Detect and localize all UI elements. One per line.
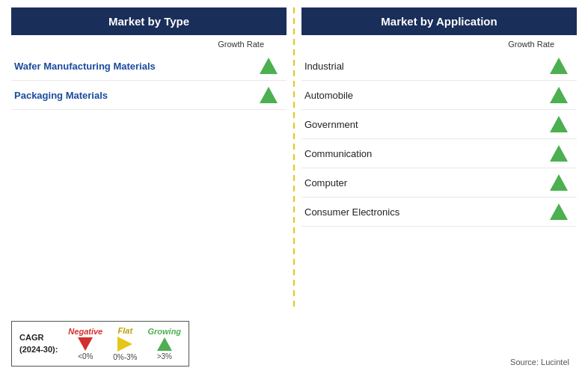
legend-flat-item: Flat 0%-3% bbox=[113, 326, 137, 361]
right-panel-items: Industrial Automobile Government Communi… bbox=[301, 52, 577, 310]
left-panel-header: Market by Type bbox=[11, 7, 287, 35]
legend-flat-sub: 0%-3% bbox=[113, 353, 137, 361]
list-item: Government bbox=[301, 110, 577, 139]
legend-growing-item: Growing >3% bbox=[147, 327, 181, 361]
bottom-row: CAGR (2024-30): Negative <0% Flat 0%-3% … bbox=[11, 315, 577, 367]
panels-row: Market by Type Growth Rate Wafer Manufac… bbox=[11, 7, 577, 310]
arrow-up-icon bbox=[550, 116, 568, 132]
list-item: Wafer Manufacturing Materials bbox=[11, 52, 287, 81]
legend-box: CAGR (2024-30): Negative <0% Flat 0%-3% … bbox=[11, 321, 189, 367]
arrow-up-icon bbox=[550, 174, 568, 191]
dashed-divider-line bbox=[293, 7, 295, 310]
source-label: Source: Lucintel bbox=[510, 358, 577, 367]
list-item: Communication bbox=[301, 139, 577, 168]
arrow-up-icon bbox=[550, 87, 568, 103]
right-panel: Market by Application Growth Rate Indust… bbox=[301, 7, 577, 310]
item-label-government: Government bbox=[304, 119, 358, 130]
item-label-industrial: Industrial bbox=[304, 61, 344, 72]
arrow-up-icon bbox=[550, 58, 568, 74]
legend-flat-label: Flat bbox=[118, 326, 133, 335]
list-item: Industrial bbox=[301, 52, 577, 81]
arrow-up-green-icon bbox=[157, 337, 172, 351]
list-item: Automobile bbox=[301, 81, 577, 110]
item-label-automobile: Automobile bbox=[304, 90, 353, 101]
right-growth-rate-label: Growth Rate bbox=[301, 40, 577, 49]
arrow-up-icon bbox=[260, 58, 278, 74]
item-label-wafer: Wafer Manufacturing Materials bbox=[14, 61, 156, 72]
legend-negative-label: Negative bbox=[68, 327, 102, 336]
item-label-computer: Computer bbox=[304, 177, 347, 188]
legend-growing-sub: >3% bbox=[157, 352, 172, 361]
list-item: Computer bbox=[301, 168, 577, 197]
divider bbox=[287, 7, 301, 310]
arrow-up-icon bbox=[260, 87, 278, 103]
main-container: Market by Type Growth Rate Wafer Manufac… bbox=[0, 0, 588, 374]
legend-negative-item: Negative <0% bbox=[68, 327, 102, 361]
right-panel-header: Market by Application bbox=[301, 7, 577, 35]
legend-growing-label: Growing bbox=[147, 327, 181, 336]
arrow-right-yellow-icon bbox=[117, 337, 132, 352]
legend-negative-sub: <0% bbox=[78, 352, 93, 361]
left-growth-rate-label: Growth Rate bbox=[11, 40, 287, 49]
left-panel: Market by Type Growth Rate Wafer Manufac… bbox=[11, 7, 287, 310]
arrow-up-icon bbox=[550, 145, 568, 162]
item-label-consumer-electronics: Consumer Electronics bbox=[304, 206, 399, 218]
item-label-communication: Communication bbox=[304, 148, 372, 159]
arrow-down-red-icon bbox=[78, 337, 93, 351]
left-panel-items: Wafer Manufacturing Materials Packaging … bbox=[11, 52, 287, 310]
item-label-packaging: Packaging Materials bbox=[14, 90, 108, 101]
legend-cagr-label: CAGR (2024-30): bbox=[19, 332, 58, 355]
arrow-up-icon bbox=[550, 203, 568, 220]
list-item: Packaging Materials bbox=[11, 81, 287, 110]
list-item: Consumer Electronics bbox=[301, 197, 577, 227]
